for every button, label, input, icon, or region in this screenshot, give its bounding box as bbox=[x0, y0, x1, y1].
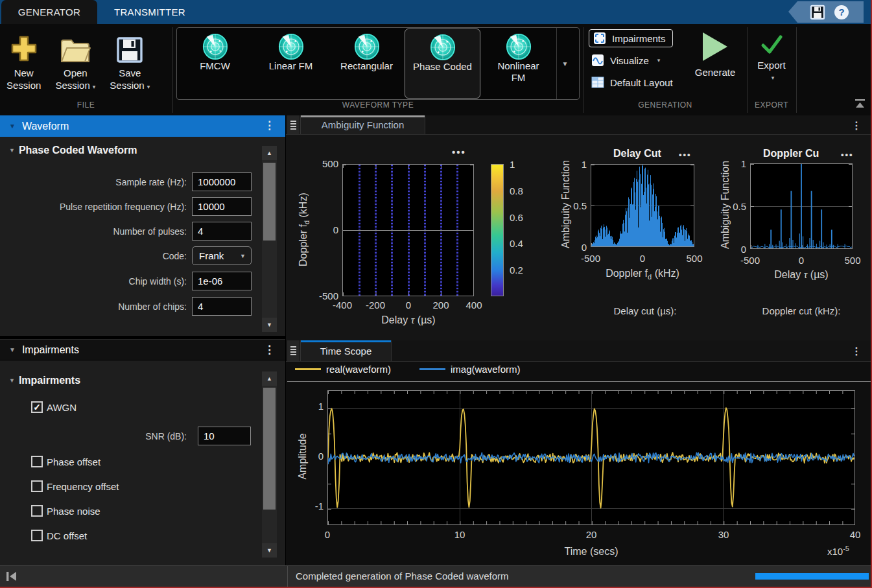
axes-toolbar-icon[interactable]: ••• bbox=[679, 150, 692, 159]
save-icon[interactable] bbox=[810, 5, 825, 20]
scrollbar-thumb[interactable] bbox=[263, 388, 276, 510]
gallery-label: Phase Coded bbox=[413, 61, 472, 73]
help-icon[interactable]: ? bbox=[834, 5, 849, 19]
collapse-ribbon-icon bbox=[854, 99, 866, 109]
check-icon bbox=[759, 32, 784, 57]
y-tick: 500 bbox=[310, 158, 338, 169]
time-scope-y-axis-label: Amplitude bbox=[297, 392, 309, 521]
colorbar-tick: 1 bbox=[510, 159, 515, 170]
code-dropdown[interactable]: Frank ▼ bbox=[192, 246, 252, 265]
awgn-checkbox[interactable]: ✓ bbox=[31, 401, 43, 413]
axis-multiplier: x10-5 bbox=[827, 545, 849, 557]
phase-offset-checkbox[interactable] bbox=[31, 456, 43, 467]
x-tick: 30 bbox=[704, 529, 743, 540]
timescope-tabstrip: Time Scope ⋮ bbox=[286, 340, 872, 362]
gallery-item-fmcw[interactable]: FMCW bbox=[177, 29, 253, 99]
scroll-up-icon[interactable]: ▲ bbox=[266, 375, 272, 382]
legend-swatch-blue bbox=[419, 368, 445, 370]
x-tick: 400 bbox=[454, 300, 493, 311]
tab-ambiguity-function[interactable]: Ambiguity Function bbox=[300, 115, 425, 134]
kebab-menu-icon[interactable]: ⋮ bbox=[264, 343, 275, 357]
kebab-menu-icon[interactable]: ⋮ bbox=[851, 345, 862, 357]
generate-button[interactable]: Generate bbox=[686, 30, 744, 78]
waveform-type-section-label: WAVEFORM TYPE bbox=[176, 100, 580, 113]
export-button[interactable]: Export ▾ bbox=[751, 32, 792, 81]
chip-width-input[interactable] bbox=[192, 272, 252, 290]
delay-cut-y-axis-label: Ambiguity Function bbox=[560, 139, 572, 269]
time-scope-plot bbox=[328, 391, 854, 524]
prf-input[interactable] bbox=[192, 197, 252, 216]
tab-transmitter[interactable]: TRANSMITTER bbox=[97, 0, 202, 24]
impairments-scrollbar[interactable]: ▲ ▼ bbox=[262, 371, 277, 558]
frequency-offset-checkbox[interactable] bbox=[31, 480, 43, 492]
impairments-section-header[interactable]: ▼ Impairments bbox=[9, 375, 80, 386]
tab-time-scope-label: Time Scope bbox=[320, 346, 371, 357]
tab-indicator bbox=[301, 340, 391, 342]
scroll-up-icon[interactable]: ▲ bbox=[266, 150, 272, 156]
gallery-dropdown-button[interactable]: ▼ bbox=[556, 28, 573, 99]
open-session-button[interactable]: Open Session▾ bbox=[55, 29, 95, 93]
x-tick: 0 bbox=[308, 529, 347, 540]
save-session-button[interactable]: Save Session▾ bbox=[110, 29, 150, 93]
frequency-offset-row: Frequency offset bbox=[31, 480, 119, 492]
snr-input[interactable] bbox=[198, 427, 251, 445]
num-pulses-input[interactable] bbox=[192, 222, 252, 241]
panel-menu-button[interactable] bbox=[287, 340, 300, 361]
panel-menu-button[interactable] bbox=[287, 115, 300, 134]
layout-grid-icon bbox=[591, 76, 604, 88]
gallery-item-nonlinear-fm[interactable]: Nonlinear FM bbox=[480, 29, 556, 99]
phase-coded-section-header[interactable]: ▼ Phase Coded Waveform bbox=[9, 145, 137, 156]
chip-width-row: Chip width (s): bbox=[0, 272, 262, 290]
collapse-triangle-icon: ▼ bbox=[9, 147, 15, 154]
ambiguity-heatmap-axes[interactable] bbox=[342, 164, 474, 296]
num-chips-input[interactable] bbox=[192, 297, 252, 316]
tab-generator-label: GENERATOR bbox=[18, 6, 80, 18]
gallery-item-rectangular[interactable]: Rectangular bbox=[329, 29, 405, 99]
radar-icon bbox=[277, 33, 305, 60]
tab-transmitter-label: TRANSMITTER bbox=[114, 6, 185, 18]
scroll-down-icon[interactable]: ▼ bbox=[266, 547, 272, 554]
radar-icon bbox=[505, 33, 532, 60]
tab-time-scope[interactable]: Time Scope bbox=[300, 340, 392, 361]
title-tab-bar: GENERATOR TRANSMITTER ? bbox=[0, 0, 872, 24]
impairments-panel-header[interactable]: ▼ Impairments ⋮ bbox=[0, 339, 285, 360]
dock-left-icon[interactable] bbox=[6, 571, 18, 582]
x-tick: 20 bbox=[572, 529, 611, 540]
gallery-item-linear-fm[interactable]: Linear FM bbox=[253, 29, 329, 99]
visualize-button[interactable]: Visualize ▾ bbox=[591, 54, 660, 67]
delay-cut-title: Delay Cut bbox=[613, 148, 661, 159]
collapse-ribbon-button[interactable] bbox=[854, 99, 866, 109]
waveform-panel-header[interactable]: ▼ Waveform ⋮ bbox=[0, 115, 285, 137]
visualize-label: Visualize bbox=[610, 55, 649, 66]
waveform-scrollbar[interactable]: ▲ ▼ bbox=[262, 146, 277, 332]
tab-generator[interactable]: GENERATOR bbox=[1, 0, 97, 24]
zero-doppler-line bbox=[343, 230, 473, 231]
kebab-menu-icon[interactable]: ⋮ bbox=[851, 119, 862, 131]
dc-offset-checkbox[interactable] bbox=[31, 530, 43, 541]
kebab-menu-icon[interactable]: ⋮ bbox=[264, 119, 275, 132]
scroll-down-icon[interactable]: ▼ bbox=[266, 322, 272, 328]
phase-noise-checkbox[interactable] bbox=[31, 505, 43, 517]
axes-toolbar-icon[interactable]: ••• bbox=[841, 150, 854, 159]
chevron-down-icon: ▾ bbox=[147, 84, 150, 90]
impairments-toggle-button[interactable]: Impairments bbox=[589, 29, 673, 47]
export-label: Export bbox=[757, 60, 785, 71]
doppler-cut-axes[interactable] bbox=[750, 163, 853, 249]
new-session-button[interactable]: New Session bbox=[6, 29, 41, 93]
time-scope-axes[interactable] bbox=[327, 390, 855, 525]
delay-cut-axes[interactable] bbox=[591, 164, 694, 247]
axes-toolbar-icon[interactable]: ••• bbox=[452, 147, 466, 158]
waveform-type-gallery: FMCW Linear FM Rectangular Phase Coded N… bbox=[176, 27, 580, 100]
ribbon-toolstrip: New Session Open Session▾ bbox=[0, 24, 872, 115]
generate-label: Generate bbox=[695, 67, 736, 78]
gallery-item-phase-coded[interactable]: Phase Coded bbox=[405, 29, 480, 99]
default-layout-button[interactable]: Default Layout bbox=[591, 76, 673, 88]
scrollbar-thumb[interactable] bbox=[263, 163, 276, 241]
collapse-triangle-icon: ▼ bbox=[9, 346, 16, 353]
ribbon-divider bbox=[583, 27, 583, 113]
waveform-panel-title: Waveform bbox=[22, 121, 69, 132]
radar-icon bbox=[429, 34, 456, 61]
waveform-panel-body: ▼ Phase Coded Waveform Sample rate (Hz):… bbox=[0, 137, 285, 336]
open-session-line2: Session bbox=[55, 80, 89, 91]
sample-rate-input[interactable] bbox=[192, 172, 252, 191]
